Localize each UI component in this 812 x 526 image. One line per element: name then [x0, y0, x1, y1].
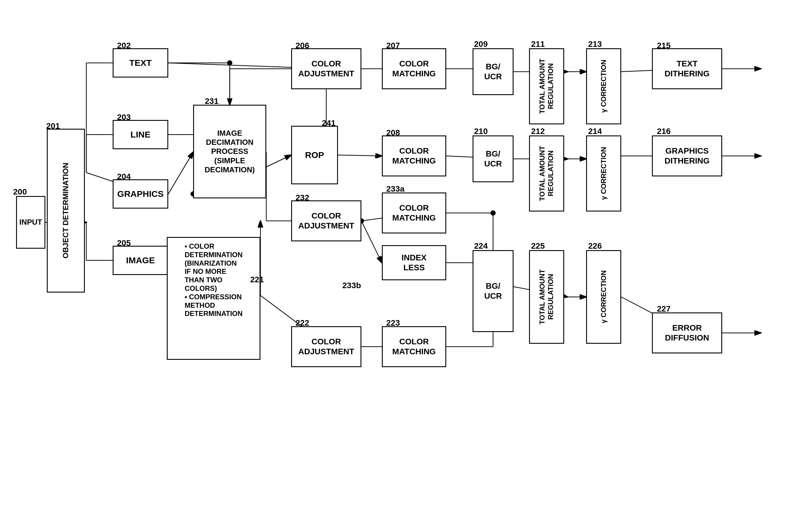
color-matching-233a: COLORMATCHING: [382, 192, 446, 233]
color-determination-box: • COLORDETERMINATION(BINARIZATIONIF NO M…: [167, 237, 260, 360]
color-adjustment-232: COLORADJUSTMENT: [291, 200, 361, 242]
color-matching-207: COLORMATCHING: [382, 48, 446, 89]
bg-ucr-224: BG/UCR: [473, 250, 513, 332]
label-215: 215: [657, 41, 671, 50]
image-box: IMAGE: [113, 246, 168, 275]
label-223: 223: [386, 318, 400, 328]
label-233a: 233a: [386, 184, 404, 194]
svg-point-54: [490, 210, 496, 216]
index-less-box: INDEXLESS: [382, 245, 446, 280]
label-202: 202: [117, 41, 131, 50]
label-211: 211: [531, 40, 545, 49]
label-226: 226: [588, 242, 602, 251]
label-201: 201: [46, 121, 60, 131]
label-216: 216: [657, 127, 671, 136]
label-200: 200: [13, 187, 27, 196]
label-205: 205: [117, 238, 131, 248]
label-231: 231: [205, 97, 219, 106]
svg-line-19: [338, 155, 382, 156]
input-box: INPUT: [16, 196, 45, 249]
label-221: 221: [250, 275, 264, 284]
diagram: INPUT 200 OBJECT DETERMINATION 201 TEXT …: [0, 0, 812, 526]
label-208: 208: [386, 128, 400, 137]
color-matching-208: COLORMATCHING: [382, 135, 446, 176]
label-213: 213: [588, 40, 602, 49]
svg-point-47: [227, 60, 232, 65]
label-241: 241: [322, 118, 336, 128]
label-203: 203: [117, 113, 131, 122]
total-regulation-225: TOTAL AMOUNT REGULATION: [529, 250, 564, 344]
bg-ucr-209: BG/UCR: [473, 48, 513, 95]
label-209: 209: [474, 40, 488, 49]
label-224: 224: [474, 242, 488, 251]
label-210: 210: [474, 127, 488, 136]
label-232: 232: [295, 193, 309, 202]
error-diffusion-box: ERRORDIFFUSION: [652, 312, 722, 353]
label-207: 207: [386, 41, 400, 50]
label-214: 214: [588, 127, 602, 136]
line-box: LINE: [113, 120, 168, 149]
image-decimation-box: IMAGEDECIMATIONPROCESS(SIMPLEDECIMATION): [193, 105, 266, 198]
label-204: 204: [117, 172, 131, 181]
total-regulation-212: TOTAL AMOUNT REGULATION: [529, 135, 564, 211]
label-222: 222: [295, 318, 309, 328]
color-adjustment-206: COLORADJUSTMENT: [291, 48, 361, 89]
gamma-correction-226: γ CORRECTION: [586, 250, 621, 344]
rop-box: ROP: [291, 126, 338, 184]
svg-line-11: [168, 152, 193, 194]
svg-line-21: [361, 221, 382, 263]
object-determination-box: OBJECT DETERMINATION: [47, 129, 85, 293]
text-box: TEXT: [113, 48, 168, 77]
label-225: 225: [531, 242, 545, 251]
label-233b: 233b: [342, 281, 361, 290]
label-227: 227: [657, 304, 671, 313]
graphics-box: GRAPHICS: [113, 179, 168, 208]
total-regulation-211: TOTAL AMOUNT REGULATION: [529, 48, 564, 124]
bg-ucr-210: BG/UCR: [473, 135, 513, 182]
label-206: 206: [295, 41, 309, 50]
label-212: 212: [531, 127, 545, 136]
gamma-correction-213: γ CORRECTION: [586, 48, 621, 124]
graphics-dithering-box: GRAPHICSDITHERING: [652, 135, 722, 176]
color-adjustment-222: COLORADJUSTMENT: [291, 326, 361, 367]
text-dithering-box: TEXTDITHERING: [652, 48, 722, 89]
color-matching-223: COLORMATCHING: [382, 326, 446, 367]
gamma-correction-214: γ CORRECTION: [586, 135, 621, 211]
